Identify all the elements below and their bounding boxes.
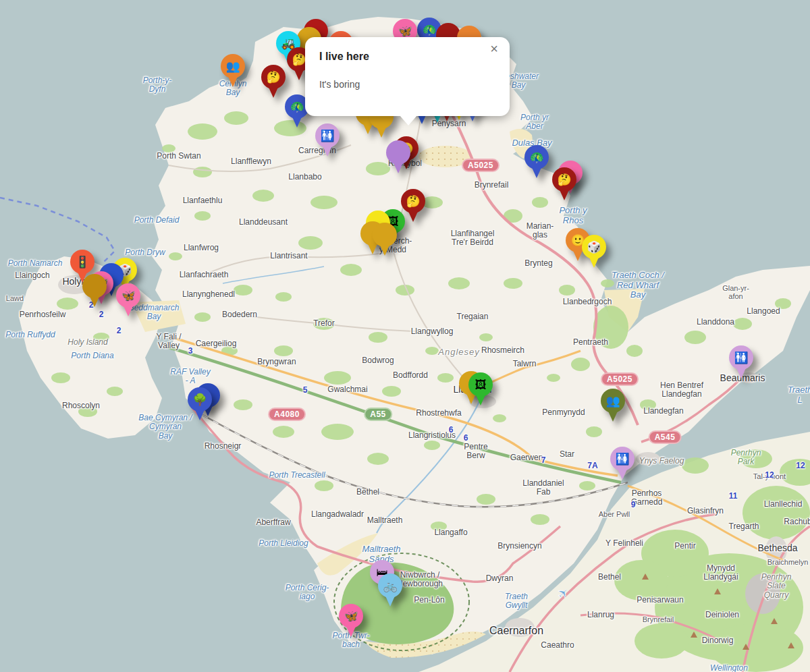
marker-tail [407, 208, 419, 222]
marker-tail [616, 466, 628, 480]
map-marker-hidden[interactable] [373, 223, 397, 256]
marker-tail [345, 623, 357, 637]
map-marker-busts-in-silhouette[interactable]: 👥 [601, 389, 625, 422]
map-marker-restroom[interactable]: 🚻 [610, 447, 634, 480]
map-marker-busts-in-silhouette[interactable]: 👥 [221, 54, 245, 88]
marker-tail [735, 365, 747, 379]
map-marker-hidden[interactable] [386, 140, 410, 174]
map-marker-restroom[interactable]: 🚻 [315, 123, 340, 157]
marker-tail [558, 187, 570, 200]
popup-tail [400, 115, 417, 125]
marker-tail [392, 160, 404, 173]
marker-tail [379, 242, 391, 256]
map-canvas[interactable]: ✈ Porth-y- DyfnCemlyn BayPorth SwtanLlan… [0, 0, 810, 672]
map-marker-bicycle[interactable]: 🚲 [378, 573, 402, 607]
popup-title: I live here [319, 51, 369, 63]
marker-tail [375, 124, 387, 138]
marker-tail [293, 67, 305, 80]
marker-tail [321, 143, 333, 157]
map-marker-peacock[interactable]: 🦚 [524, 145, 549, 179]
map-popup: I live here It's boring × [305, 37, 510, 116]
popup-body: It's boring [319, 79, 360, 90]
map-marker-butterfly[interactable]: 🦋 [339, 604, 363, 638]
marker-tail [475, 392, 487, 405]
marker-tail [227, 74, 239, 87]
close-icon[interactable]: × [487, 41, 502, 56]
map-marker-butterfly[interactable]: 🦋 [116, 283, 140, 317]
marker-tail [122, 303, 134, 316]
map-marker-deciduous-tree[interactable]: 🌳 [188, 387, 212, 421]
marker-tail [531, 165, 543, 178]
map-marker-thinking-face[interactable]: 🤔 [261, 65, 286, 99]
map-marker-thinking-face[interactable]: 🤔 [552, 167, 576, 201]
marker-tail [88, 293, 101, 307]
marker-tail [607, 408, 619, 422]
map-marker-hidden[interactable] [82, 274, 107, 308]
marker-tail [194, 407, 206, 420]
marker-tail [588, 254, 600, 268]
marker-tail [384, 593, 396, 607]
marker-tail [291, 114, 303, 128]
map-marker-restroom[interactable]: 🚻 [729, 345, 753, 379]
map-marker-game-die[interactable]: 🎲 [582, 235, 606, 269]
marker-tail [267, 84, 279, 98]
map-marker-framed-picture[interactable]: 🖼 [468, 372, 493, 406]
